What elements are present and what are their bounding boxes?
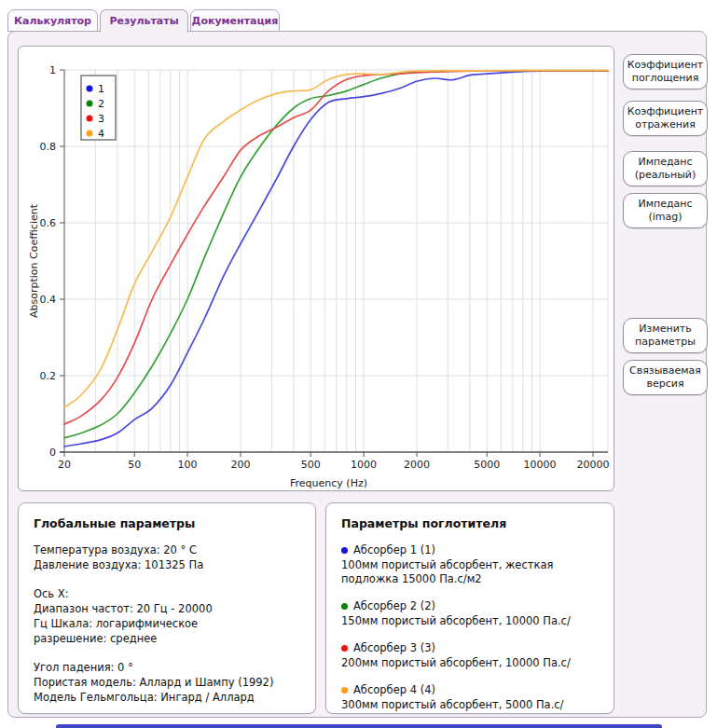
y-tick-label: 0.2 bbox=[40, 370, 57, 382]
impedance-real-button[interactable]: Импеданс (реальный) bbox=[623, 151, 708, 186]
x-tick-label: 5000 bbox=[474, 459, 500, 471]
absorber-3-name: Абсорбер 3 (3) bbox=[353, 640, 435, 655]
edit-parameters-button[interactable]: Изменить параметры bbox=[623, 318, 708, 353]
x-tick-label: 100 bbox=[178, 459, 198, 471]
x-tick-label: 50 bbox=[128, 459, 141, 471]
absorber-3-bullet-icon bbox=[341, 645, 348, 652]
legend-label-4: 4 bbox=[98, 128, 104, 140]
x-tick-label: 20 bbox=[58, 459, 71, 471]
scale-value: Гц Шкала: логарифмическое bbox=[34, 616, 300, 631]
list-item: Абсорбер 3 (3) 200мм пористый абсорбент,… bbox=[341, 640, 599, 670]
x-tick-label: 1000 bbox=[351, 459, 377, 471]
x-tick-label: 20000 bbox=[577, 459, 610, 471]
button-label: версия bbox=[626, 378, 705, 391]
legend-label-2: 2 bbox=[98, 98, 104, 110]
absorber-params-title: Параметры поглотителя bbox=[341, 516, 599, 530]
x-axis-label: Ось X: bbox=[34, 586, 300, 601]
button-label: параметры bbox=[626, 336, 705, 349]
tab-calculator[interactable]: Калькулятор bbox=[7, 9, 98, 32]
legend-label-1: 1 bbox=[98, 83, 104, 95]
reflection-coefficient-button[interactable]: Коэффициент отражения bbox=[623, 101, 708, 136]
legend-dot-2 bbox=[87, 101, 93, 107]
button-label: Коэффициент bbox=[626, 105, 705, 118]
absorption-chart: 2050100200500100020005000100002000000.20… bbox=[19, 47, 614, 490]
absorber-4-name: Абсорбер 4 (4) bbox=[353, 682, 435, 697]
y-tick-label: 0.4 bbox=[40, 294, 57, 306]
air-temperature-value: Температура воздуха: 20 ° C bbox=[34, 543, 300, 557]
absorber-params-panel: Параметры поглотителя Абсорбер 1 (1) 100… bbox=[325, 502, 614, 714]
button-label: поглощения bbox=[626, 72, 705, 85]
impedance-imag-button[interactable]: Импеданс (imag) bbox=[623, 193, 708, 228]
button-label: Коэффициент bbox=[626, 59, 705, 72]
chart-panel: 2050100200500100020005000100002000000.20… bbox=[18, 46, 614, 491]
x-tick-label: 2000 bbox=[404, 459, 430, 471]
porous-absorber-calculator-app: Калькулятор Результаты Документация 2050… bbox=[0, 0, 717, 728]
porous-model-value: Пористая модель: Аллард и Шампу (1992) bbox=[34, 675, 300, 690]
tab-results[interactable]: Результаты bbox=[100, 9, 188, 33]
button-label: отражения bbox=[626, 118, 705, 131]
absorber-1-bullet-icon bbox=[341, 547, 348, 554]
incidence-angle-value: Угол падения: 0 ° bbox=[34, 660, 300, 675]
y-tick-label: 0.8 bbox=[40, 141, 57, 153]
air-pressure-value: Давление воздуха: 101325 Па bbox=[34, 557, 300, 572]
y-tick-label: 0.6 bbox=[40, 217, 57, 229]
legend-dot-3 bbox=[87, 116, 93, 122]
footer-bar bbox=[56, 724, 662, 728]
y-axis-title: Absorption Coefficient bbox=[28, 203, 40, 318]
results-container: 2050100200500100020005000100002000000.20… bbox=[7, 31, 707, 718]
absorber-2-name: Абсорбер 2 (2) bbox=[353, 598, 435, 613]
button-label: Связываемая bbox=[626, 364, 705, 378]
global-params-panel: Глобальные параметры Температура воздуха… bbox=[18, 502, 316, 714]
resolution-value: разрешение: среднее bbox=[34, 631, 300, 646]
y-tick-label: 0 bbox=[49, 446, 56, 459]
list-item: Абсорбер 1 (1) 100мм пористый абсорбент,… bbox=[341, 543, 599, 586]
linkable-version-button[interactable]: Связываемая версия bbox=[623, 360, 708, 395]
absorber-2-bullet-icon bbox=[341, 603, 348, 610]
button-label: (реальный) bbox=[626, 169, 705, 182]
absorber-1-description: 100мм пористый абсорбент, жесткая подлож… bbox=[341, 558, 599, 586]
x-tick-label: 200 bbox=[231, 459, 251, 471]
button-label: Импеданс bbox=[626, 198, 705, 211]
legend-dot-4 bbox=[87, 130, 93, 137]
absorber-3-description: 200мм пористый абсорбент, 10000 Па.с/ bbox=[341, 656, 599, 670]
x-tick-label: 10000 bbox=[524, 459, 557, 471]
button-label: (imag) bbox=[626, 211, 705, 224]
x-tick-label: 500 bbox=[301, 459, 321, 471]
list-item: Абсорбер 2 (2) 150мм пористый абсорбент,… bbox=[341, 598, 599, 628]
x-axis-title: Frequency (Hz) bbox=[290, 477, 367, 489]
button-label: Изменить bbox=[626, 323, 705, 336]
list-item: Абсорбер 4 (4) 300мм пористый абсорбент,… bbox=[341, 682, 599, 712]
button-label: Импеданс bbox=[626, 156, 705, 169]
global-params-title: Глобальные параметры bbox=[34, 516, 300, 530]
tab-documentation[interactable]: Документация bbox=[190, 9, 280, 32]
frequency-range-value: Диапазон частот: 20 Гц - 20000 bbox=[34, 601, 300, 616]
legend-label-3: 3 bbox=[98, 113, 104, 125]
absorption-coefficient-button[interactable]: Коэффициент поглощения bbox=[623, 54, 708, 89]
y-tick-label: 1 bbox=[49, 64, 56, 76]
absorber-4-bullet-icon bbox=[341, 687, 348, 694]
legend-dot-1 bbox=[87, 86, 93, 92]
absorber-4-description: 300мм пористый абсорбент, 5000 Па.с/ bbox=[341, 698, 599, 712]
absorber-1-name: Абсорбер 1 (1) bbox=[353, 543, 435, 557]
helmholtz-model-value: Модель Гельмгольца: Ингард / Аллард bbox=[34, 690, 300, 705]
absorber-2-description: 150мм пористый абсорбент, 10000 Па.с/ bbox=[341, 614, 599, 628]
